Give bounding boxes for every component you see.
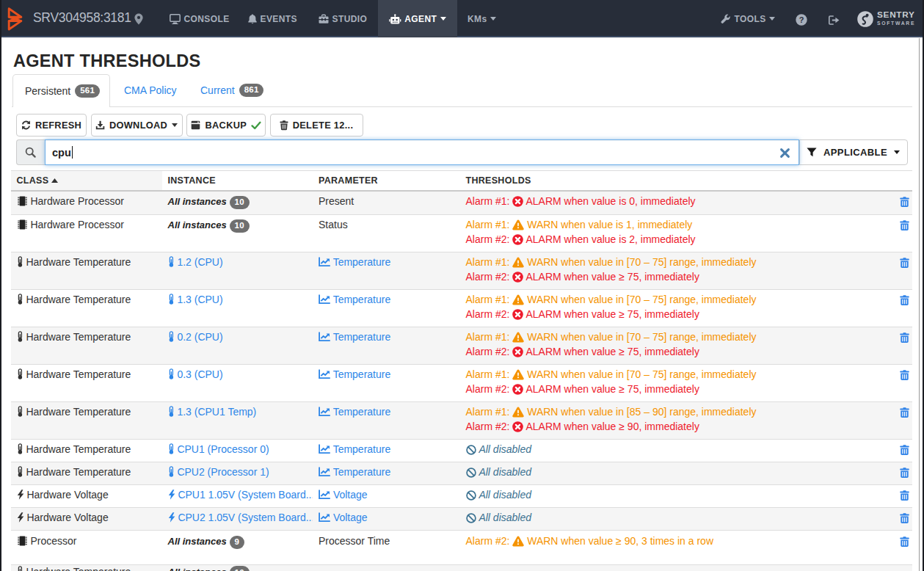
svg-text:?: ? [799,15,804,24]
